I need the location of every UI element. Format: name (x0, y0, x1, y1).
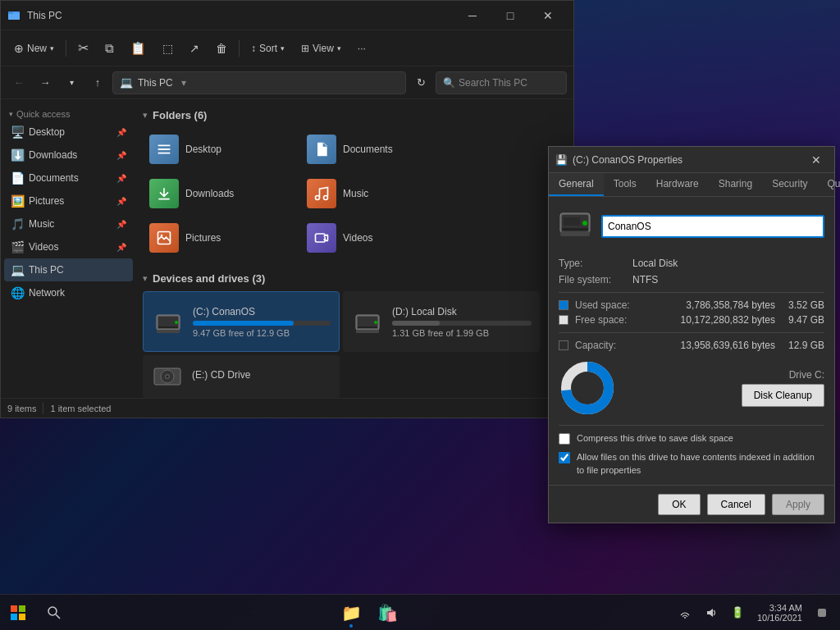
sidebar-item-downloads[interactable]: ⬇️ Downloads 📌 (4, 144, 133, 167)
folder-item-desktop[interactable]: Desktop (143, 128, 299, 171)
svg-line-33 (56, 614, 60, 619)
pin-icon: 📌 (116, 128, 126, 137)
free-space-label: Free space: (575, 314, 674, 326)
cancel-button[interactable]: Cancel (707, 494, 765, 515)
drive-item-d[interactable]: (D:) Local Disk 1.31 GB free of 1.99 GB (343, 291, 540, 352)
battery-sys-icon[interactable]: 🔋 (726, 601, 749, 624)
maximize-button[interactable]: □ (491, 1, 529, 30)
sidebar-item-network[interactable]: 🌐 Network (4, 281, 133, 304)
cut-icon: ✂ (78, 40, 89, 56)
folder-item-videos[interactable]: Videos (300, 217, 456, 259)
filesystem-row: File system: NTFS (559, 274, 824, 285)
tab-general[interactable]: General (549, 173, 604, 196)
drive-item-e[interactable]: (E:) CD Drive (143, 355, 340, 398)
view-button[interactable]: ⊞ View ▾ (294, 35, 348, 62)
refresh-button[interactable]: ↻ (409, 71, 432, 94)
explorer-titlebar: This PC ─ □ ✕ (1, 1, 573, 30)
new-icon: ⊕ (14, 42, 24, 55)
tab-security[interactable]: Security (762, 173, 817, 196)
drives-grid: (C:) ConanOS 9.47 GB free of 12.9 GB (143, 291, 567, 398)
notifications-icon[interactable] (810, 601, 833, 624)
recent-button[interactable]: ▾ (60, 71, 83, 94)
sort-button[interactable]: ↕ Sort ▾ (244, 35, 291, 62)
cut-button[interactable]: ✂ (71, 35, 95, 62)
folder-videos-name: Videos (343, 232, 372, 244)
up-button[interactable]: ↑ (86, 71, 109, 94)
paste-button[interactable]: 📋 (124, 35, 153, 62)
sidebar-item-documents[interactable]: 📄 Documents 📌 (4, 167, 133, 189)
forward-button[interactable]: → (34, 71, 57, 94)
sidebar-item-videos[interactable]: 🎬 Videos 📌 (4, 235, 133, 258)
ok-button[interactable]: OK (658, 494, 700, 515)
folder-item-downloads[interactable]: Downloads (143, 172, 299, 215)
minimize-button[interactable]: ─ (454, 1, 491, 30)
sidebar-item-pictures[interactable]: 🖼️ Pictures 📌 (4, 189, 133, 212)
tab-hardware[interactable]: Hardware (646, 173, 709, 196)
svg-rect-1 (8, 13, 20, 20)
taskbar-app-explorer[interactable]: 📁 (335, 596, 368, 629)
search-bar[interactable]: 🔍 Search This PC (436, 71, 567, 94)
new-button[interactable]: ⊕ New ▾ (7, 35, 61, 62)
free-space-row: Free space: 10,172,280,832 bytes 9.47 GB (559, 314, 824, 326)
back-button[interactable]: ← (7, 71, 30, 94)
folder-item-music[interactable]: Music (300, 172, 456, 215)
drive-name-input[interactable] (601, 215, 824, 238)
sidebar-thispc-label: This PC (29, 264, 64, 276)
start-button[interactable] (0, 595, 36, 631)
sidebar-item-music[interactable]: 🎵 Music 📌 (4, 212, 133, 235)
close-button[interactable]: ✕ (529, 1, 567, 30)
copy-button[interactable]: ⧉ (98, 35, 121, 62)
explorer-window-icon (7, 9, 21, 22)
compress-label: Compress this drive to save disk space (577, 432, 733, 445)
network-sys-icon[interactable] (673, 601, 696, 624)
folder-music-name: Music (343, 188, 368, 199)
tab-sharing[interactable]: Sharing (709, 173, 762, 196)
system-clock[interactable]: 3:34 AM 10/16/2021 (752, 601, 807, 624)
drives-chevron[interactable]: ▾ (143, 273, 148, 284)
taskbar-search[interactable] (36, 595, 72, 631)
svg-rect-22 (562, 228, 588, 231)
type-value: Local Disk (632, 258, 678, 269)
search-placeholder: Search This PC (459, 77, 527, 89)
address-path: This PC (138, 77, 173, 89)
address-bar[interactable]: 💻 This PC ▾ (112, 71, 406, 94)
svg-rect-2 (8, 11, 13, 14)
share-button[interactable]: ↗ (183, 35, 206, 62)
volume-sys-icon[interactable] (700, 601, 723, 624)
explorer-toolbar: ⊕ New ▾ ✂ ⧉ 📋 ⬚ ↗ 🗑 ↕ Sort ▾ ⊞ View ▾ ··… (1, 30, 573, 66)
quick-access-section: ▾ Quick access (1, 106, 136, 121)
taskbar-icons: 📁 🛍️ (72, 596, 667, 629)
index-checkbox[interactable] (559, 452, 570, 463)
more-button[interactable]: ··· (351, 35, 372, 62)
svg-rect-31 (19, 614, 25, 620)
folder-item-documents[interactable]: Documents (300, 128, 456, 171)
index-label: Allow files on this drive to have conten… (577, 451, 824, 477)
drive-item-c[interactable]: (C:) ConanOS 9.47 GB free of 12.9 GB (143, 291, 340, 352)
svg-point-32 (48, 607, 57, 615)
sidebar-item-desktop[interactable]: 🖥️ Desktop 📌 (4, 121, 133, 144)
tab-tools[interactable]: Tools (604, 173, 646, 196)
drive-d-bar-bg (392, 321, 532, 326)
delete-button[interactable]: 🗑 (209, 35, 234, 62)
explorer-title: This PC (27, 10, 454, 21)
compress-checkbox[interactable] (559, 433, 570, 445)
window-controls: ─ □ ✕ (454, 1, 567, 30)
apply-button[interactable]: Apply (772, 494, 824, 515)
disk-cleanup-button[interactable]: Disk Cleanup (742, 384, 824, 407)
dialog-close-button[interactable]: ✕ (805, 150, 828, 170)
drive-c-name: (C:) ConanOS (193, 306, 331, 317)
sidebar-item-thispc[interactable]: 💻 This PC (4, 258, 133, 281)
folders-chevron[interactable]: ▾ (143, 110, 148, 121)
sort-label: Sort (259, 43, 277, 54)
tab-quota[interactable]: Quota (817, 173, 840, 196)
svg-rect-13 (358, 326, 377, 328)
drive-d-info: (D:) Local Disk 1.31 GB free of 1.99 GB (392, 306, 532, 338)
rename-button[interactable]: ⬚ (156, 35, 180, 62)
explorer-statusbar: 9 items 1 item selected ≡ (1, 398, 573, 418)
share-icon: ↗ (189, 42, 199, 55)
folder-item-pictures[interactable]: Pictures (143, 217, 299, 259)
clock-time: 3:34 AM (757, 603, 802, 613)
divider-3 (559, 425, 824, 426)
taskbar-app-store[interactable]: 🛍️ (371, 596, 404, 629)
properties-dialog: 💾 (C:) ConanOS Properties ✕ General Tool… (548, 146, 835, 523)
